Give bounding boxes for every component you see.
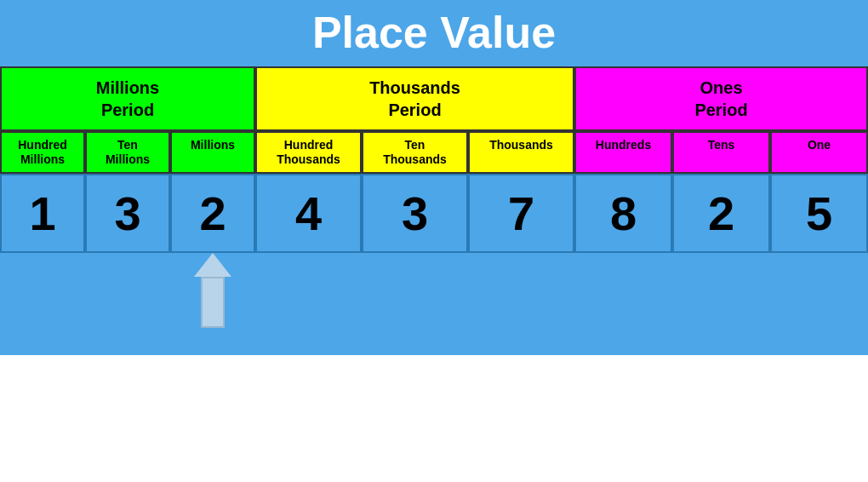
millions-label: Millions [170, 131, 255, 174]
digit-2: 2 [170, 174, 255, 253]
up-arrow [191, 253, 234, 355]
digit-7: 7 [468, 174, 574, 253]
tens-label: Tens [672, 131, 770, 174]
arrow-head-icon [194, 253, 231, 277]
digit-3b: 3 [362, 174, 468, 253]
ten-thousands-label: TenThousands [362, 131, 468, 174]
digit-4: 4 [255, 174, 362, 253]
title-bar: Place Value MillionsPeriod ThousandsPeri… [0, 0, 868, 253]
digits-row: 1 3 2 4 3 7 8 2 5 [0, 174, 868, 253]
place-names-row: HundredMillions TenMillions Millions Hun… [0, 131, 868, 174]
thousands-label: Thousands [468, 131, 574, 174]
bottom-area [0, 253, 868, 355]
one-label: One [770, 131, 868, 174]
hundred-thousands-label: HundredThousands [255, 131, 362, 174]
arrow-shaft [201, 277, 225, 328]
digit-2b: 2 [672, 174, 770, 253]
digit-3: 3 [85, 174, 170, 253]
periods-row: MillionsPeriod ThousandsPeriod OnesPerio… [0, 66, 868, 131]
hundred-millions-label: HundredMillions [0, 131, 85, 174]
hundreds-label: Hundreds [574, 131, 672, 174]
millions-period: MillionsPeriod [0, 66, 255, 131]
white-area [0, 355, 868, 440]
arrow-column [170, 253, 255, 355]
ten-millions-label: TenMillions [85, 131, 170, 174]
ones-period: OnesPeriod [574, 66, 868, 131]
page-title: Place Value [0, 0, 868, 66]
digit-5: 5 [770, 174, 868, 253]
thousands-period: ThousandsPeriod [255, 66, 574, 131]
digit-8: 8 [574, 174, 672, 253]
digit-1: 1 [0, 174, 85, 253]
